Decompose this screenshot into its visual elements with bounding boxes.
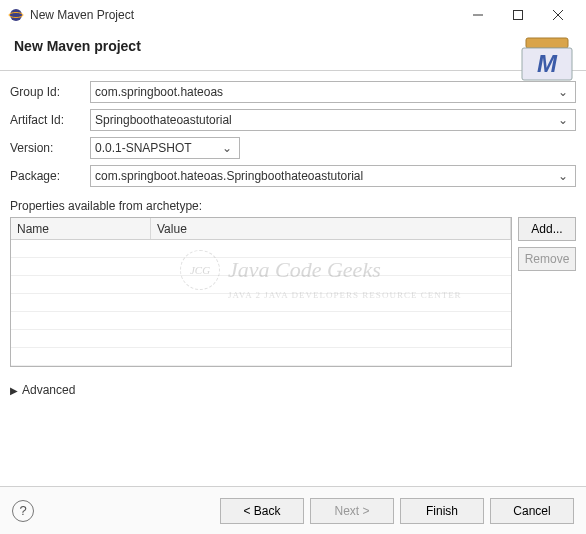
wizard-header: New Maven project M [0,30,586,71]
properties-table[interactable]: Name Value [10,217,512,367]
group-id-field[interactable]: com.springboot.hateoas ⌄ [90,81,576,103]
form-area: Group Id: com.springboot.hateoas ⌄ Artif… [0,71,586,187]
triangle-right-icon: ▶ [10,385,18,396]
table-row [11,294,511,312]
add-button[interactable]: Add... [518,217,576,241]
table-row [11,240,511,258]
chevron-down-icon: ⌄ [555,169,571,183]
help-icon[interactable]: ? [12,500,34,522]
page-title: New Maven project [14,38,572,54]
column-value[interactable]: Value [151,218,511,239]
titlebar: New Maven Project [0,0,586,30]
table-body [11,240,511,366]
chevron-down-icon: ⌄ [555,113,571,127]
properties-panel: Name Value Add... Remove [0,217,586,367]
artifact-id-field[interactable]: Springboothateoastutorial ⌄ [90,109,576,131]
back-button[interactable]: < Back [220,498,304,524]
artifact-id-label: Artifact Id: [10,113,90,127]
maven-icon: M [518,34,576,84]
version-label: Version: [10,141,90,155]
svg-rect-3 [514,11,523,20]
version-field[interactable]: 0.0.1-SNAPSHOT ⌄ [90,137,240,159]
table-row [11,348,511,366]
svg-text:M: M [537,50,558,77]
chevron-down-icon: ⌄ [555,85,571,99]
window-title: New Maven Project [30,8,458,22]
eclipse-icon [8,7,24,23]
next-button[interactable]: Next > [310,498,394,524]
chevron-down-icon: ⌄ [219,141,235,155]
advanced-expander[interactable]: ▶ Advanced [0,367,586,413]
table-row [11,312,511,330]
column-name[interactable]: Name [11,218,151,239]
advanced-label: Advanced [22,383,75,397]
table-row [11,330,511,348]
minimize-button[interactable] [458,0,498,30]
table-row [11,276,511,294]
svg-point-0 [10,9,22,21]
cancel-button[interactable]: Cancel [490,498,574,524]
finish-button[interactable]: Finish [400,498,484,524]
close-button[interactable] [538,0,578,30]
package-field[interactable]: com.springboot.hateoas.Springboothateoas… [90,165,576,187]
package-label: Package: [10,169,90,183]
button-bar: ? < Back Next > Finish Cancel [0,486,586,534]
group-id-label: Group Id: [10,85,90,99]
svg-rect-6 [526,38,568,48]
table-row [11,258,511,276]
remove-button[interactable]: Remove [518,247,576,271]
properties-section-label: Properties available from archetype: [0,193,586,217]
maximize-button[interactable] [498,0,538,30]
